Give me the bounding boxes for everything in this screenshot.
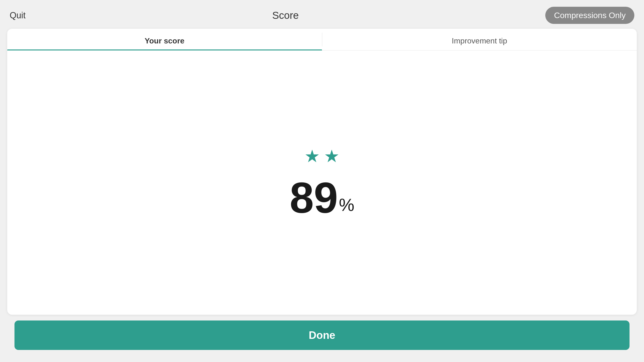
score-content: ★ ★ 89 % [7,50,637,315]
mode-badge: Compressions Only [545,7,634,24]
score-percent-symbol: % [339,196,354,214]
tab-bar: Your score Improvement tip [7,29,637,50]
page-title: Score [272,10,299,21]
tab-your-score[interactable]: Your score [7,29,322,50]
star-1: ★ [304,146,320,166]
tab-improvement-tip[interactable]: Improvement tip [322,29,637,50]
score-display: 89 % [290,176,354,219]
star-2: ★ [324,146,340,166]
quit-button[interactable]: Quit [10,10,26,20]
done-button[interactable]: Done [14,320,630,350]
main-content: Your score Improvement tip ★ ★ 89 % Done [0,29,644,362]
score-number: 89 [290,176,338,219]
stars-container: ★ ★ [304,146,340,166]
score-card: Your score Improvement tip ★ ★ 89 % [7,29,637,315]
app-header: Quit Score Compressions Only [0,0,644,29]
